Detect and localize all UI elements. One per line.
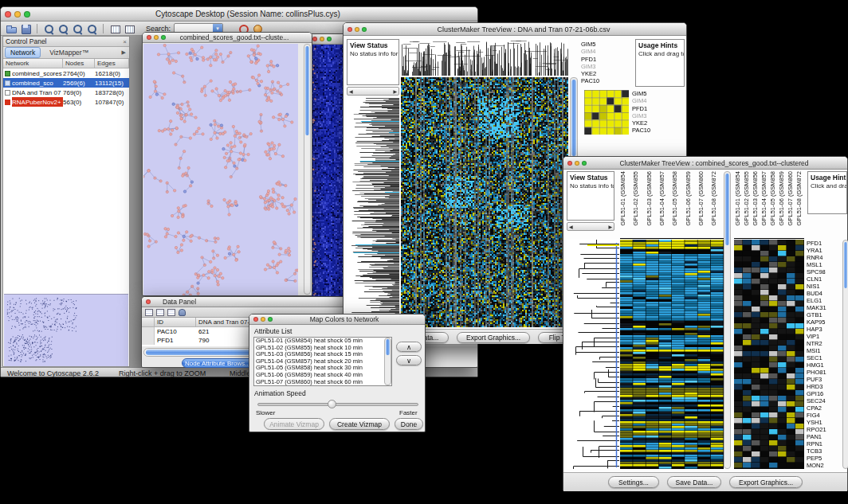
overview-canvas[interactable] <box>4 294 128 366</box>
scrollbar-thumb[interactable] <box>725 174 729 245</box>
map-colors-titlebar[interactable]: Map Colors to Network <box>249 315 425 325</box>
network-row[interactable]: RNAPuberNov2+563(0)107847(0) <box>3 97 129 107</box>
treeview-dna-titlebar[interactable]: ClusterMaker TreeView : DNA and Tran 07-… <box>344 23 686 36</box>
dna-coldendro[interactable] <box>401 39 568 76</box>
scroll-right-icon[interactable]: ▶ <box>608 224 612 229</box>
network-titlebar[interactable]: combined_scores_good.txt--cluste... <box>143 33 312 43</box>
attribute-list[interactable]: GPL51-01 (GSM854) heat shock 05 minGPL51… <box>253 337 392 386</box>
network-row[interactable]: combined_scores2764(0)16218(0) <box>3 68 129 78</box>
snapshot-icon[interactable] <box>109 23 120 34</box>
save-session-icon[interactable] <box>20 23 31 34</box>
gene-label: CLN1 <box>807 275 842 283</box>
dna-rowdendro[interactable] <box>347 98 399 327</box>
view-status-text: No status info to <box>567 182 614 189</box>
minimize-icon[interactable] <box>320 37 324 41</box>
usage-hints-title: Usage Hints <box>636 40 684 49</box>
tab-overflow-icon[interactable]: ▶ <box>122 49 128 56</box>
close-icon[interactable] <box>147 35 151 40</box>
scroll-left-icon[interactable]: ◀ <box>349 88 353 94</box>
network-vertical-scrollbar[interactable] <box>304 44 311 295</box>
close-icon[interactable] <box>5 11 11 18</box>
animation-speed-slider[interactable] <box>257 403 418 406</box>
maximize-icon[interactable] <box>582 161 587 166</box>
column-header-edges[interactable]: Edges <box>95 59 129 68</box>
gene-label: HMG1 <box>807 361 842 369</box>
treeview-combined-titlebar[interactable]: ClusterMaker TreeView : combined_scores_… <box>563 157 847 170</box>
gene-label: PHO81 <box>807 369 842 376</box>
window-controls <box>567 161 587 166</box>
scroll-right-icon[interactable]: ▶ <box>393 88 397 94</box>
scroll-left-icon[interactable]: ◀ <box>569 224 573 229</box>
scrollbar-thumb[interactable] <box>844 242 847 288</box>
status-panel-scrollbar[interactable]: ◀▶ <box>567 222 614 231</box>
annotation-icon[interactable] <box>124 23 135 34</box>
zoom-fit-icon[interactable] <box>72 23 83 34</box>
comb-heatmap2[interactable] <box>734 240 804 469</box>
slider-thumb[interactable] <box>328 400 336 408</box>
create-vizmap-button[interactable]: Create Vizmap <box>329 418 390 430</box>
network-type-icon <box>5 90 10 96</box>
combined-vertical-scrollbar[interactable] <box>724 171 731 469</box>
close-icon[interactable] <box>567 161 572 166</box>
export-graphics-button[interactable]: Export Graphics... <box>729 476 803 488</box>
attribute-list-scrollbar[interactable] <box>384 338 391 385</box>
minimize-icon[interactable] <box>261 317 265 322</box>
scrollbar-thumb[interactable] <box>386 339 390 355</box>
settings-button[interactable]: Settings... <box>608 476 659 488</box>
dna-matrix[interactable] <box>584 90 629 135</box>
comb-rowdendro[interactable] <box>567 240 619 469</box>
network-name: RNAPuberNov2+ <box>12 97 63 107</box>
attribute-item[interactable]: GPL51-07 (GSM860) heat shock 60 min <box>254 379 391 386</box>
tab-vizmapper[interactable]: VizMapper™ <box>45 48 93 57</box>
create-attribute-icon[interactable] <box>156 309 164 316</box>
minimize-icon[interactable] <box>355 27 359 32</box>
window-controls <box>312 37 332 41</box>
select-attributes-icon[interactable] <box>145 309 153 316</box>
zoom-in-icon[interactable] <box>57 23 69 34</box>
maximize-icon[interactable] <box>362 27 367 32</box>
network-row[interactable]: combined_sco2569(6)13112(15) <box>3 78 129 88</box>
tab-network[interactable]: Network <box>5 47 41 58</box>
minimize-icon[interactable] <box>14 11 21 18</box>
maximize-icon[interactable] <box>327 37 332 41</box>
scrollbar-thumb[interactable] <box>571 80 576 156</box>
zoom-out-icon[interactable] <box>43 23 54 34</box>
close-icon[interactable] <box>146 299 151 304</box>
cytoscape-titlebar[interactable]: Cytoscape Desktop (Session Name: collins… <box>1 7 477 21</box>
network-window[interactable]: combined_scores_good.txt--cluste... <box>142 32 312 296</box>
node-attribute-browser-button[interactable]: Node Attribute Brows... <box>182 358 253 368</box>
gene-label: YKE2 <box>632 119 667 127</box>
scrollbar-thumb[interactable] <box>305 46 309 135</box>
map-colors-title: Map Colors to Network <box>270 315 418 324</box>
gene-label: MSI1 <box>807 347 842 354</box>
gene-label: YSH1 <box>807 419 842 426</box>
column-label: GPL51-04 (GSM857 <box>760 171 769 238</box>
close-icon[interactable] <box>347 27 352 32</box>
gene-list-scrollbar[interactable] <box>842 240 848 469</box>
close-icon[interactable] <box>312 37 317 41</box>
minimize-icon[interactable] <box>154 35 159 40</box>
done-button[interactable]: Done <box>395 418 423 430</box>
export-graphics-button[interactable]: Export Graphics... <box>457 332 530 343</box>
delete-attribute-icon[interactable] <box>167 309 175 316</box>
zoom-selected-icon[interactable] <box>86 23 97 34</box>
comb-heatmap1[interactable] <box>620 240 724 469</box>
move-down-button[interactable]: ∨ <box>396 355 422 365</box>
column-header-id[interactable]: ID <box>155 318 196 327</box>
treeview-dna-title: ClusterMaker TreeView : DNA and Tran 07-… <box>367 23 680 35</box>
column-header-network[interactable]: Network <box>3 59 63 68</box>
network-canvas[interactable] <box>143 44 298 295</box>
control-panel-header: Control Panel × <box>3 37 129 47</box>
move-up-button[interactable]: ∧ <box>396 342 422 352</box>
save-data-button[interactable]: Save Data... <box>667 476 721 488</box>
close-icon[interactable] <box>253 317 258 322</box>
network-row[interactable]: DNA and Tran 07769(0)183728(0) <box>3 88 129 97</box>
open-session-icon[interactable] <box>6 23 17 34</box>
status-panel-scrollbar[interactable]: ◀▶ <box>347 87 399 96</box>
attribute-store-icon[interactable] <box>179 309 186 316</box>
minimize-icon[interactable] <box>575 161 579 166</box>
window-controls <box>146 299 151 304</box>
dna-heatmap[interactable] <box>401 77 568 327</box>
column-header-nodes[interactable]: Nodes <box>63 59 95 68</box>
float-panel-icon[interactable]: × <box>123 38 127 45</box>
